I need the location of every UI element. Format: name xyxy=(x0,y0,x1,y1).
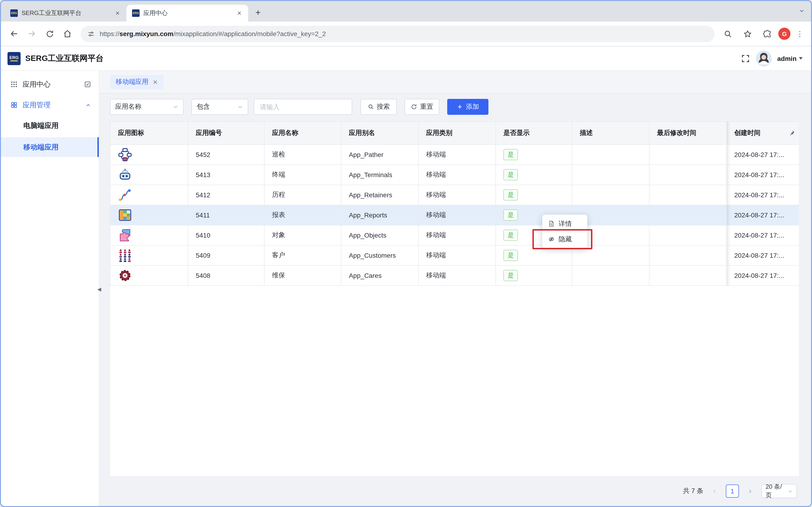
fullscreen-icon[interactable] xyxy=(741,54,750,63)
app-table-card: 应用图标 应用编号 应用名称 应用别名 应用类别 是否显示 描述 最后修改时间 … xyxy=(110,121,799,476)
browser-menu-icon[interactable]: ⋮ xyxy=(793,29,806,38)
filter-value-input[interactable] xyxy=(254,99,352,115)
sidebar-item-app-center[interactable]: 应用中心 xyxy=(1,75,99,93)
cell-app-category: 移动端 xyxy=(419,205,496,225)
cell-app-alias: App_Pather xyxy=(341,145,419,165)
cell-last-modified xyxy=(649,145,727,165)
pagination-bar: 共 7 条 ‹ 1 › 20 条/页 xyxy=(110,476,797,506)
table-row[interactable]: 5412历程App_Retainers移动端是2024-08-27 17:... xyxy=(110,185,799,205)
cell-created-time: 2024-08-27 17:... xyxy=(727,205,799,225)
puzzle-pieces-icon xyxy=(118,228,132,242)
cell-visible: 是 xyxy=(496,266,572,286)
eye-off-icon xyxy=(548,236,555,243)
total-count-label: 共 7 条 xyxy=(683,487,703,495)
cell-app-alias: App_Customers xyxy=(341,245,419,266)
table-row[interactable]: 5408维保App_Cares移动端是2024-08-27 17:... xyxy=(110,266,799,286)
zoom-icon[interactable] xyxy=(719,25,736,42)
cell-description xyxy=(572,165,649,185)
address-bar[interactable]: https://serg.mixyun.com/mixapplication/#… xyxy=(80,25,714,42)
cell-app-category: 移动端 xyxy=(419,245,496,266)
report-table-icon xyxy=(118,208,132,222)
search-button[interactable]: 搜索 xyxy=(361,99,397,115)
forward-icon[interactable] xyxy=(23,25,40,42)
cell-last-modified xyxy=(649,225,727,245)
table-row[interactable]: 5452巡检App_Pather移动端是2024-08-27 17:... xyxy=(110,145,799,165)
reset-button[interactable]: 重置 xyxy=(404,99,439,115)
user-avatar[interactable] xyxy=(756,50,772,66)
tab-title: SERG工业互联网平台 xyxy=(21,9,110,17)
table-row[interactable]: 5409客户App_Customers移动端是2024-08-27 17:... xyxy=(110,245,799,266)
cell-app-name: 对象 xyxy=(264,225,341,245)
check-square-icon[interactable] xyxy=(84,80,91,88)
sidebar-item-pc-apps[interactable]: 电脑端应用 xyxy=(1,116,99,135)
page-tab-mobile-apps[interactable]: 移动端应用 ✕ xyxy=(110,75,164,89)
visible-badge: 是 xyxy=(503,210,518,221)
pin-icon[interactable] xyxy=(789,130,795,136)
chevron-up-icon xyxy=(85,102,91,108)
robot-icon xyxy=(118,168,132,182)
browser-tab-inactive[interactable]: ERG SERG工业互联网平台 × xyxy=(5,5,126,21)
app-table-body: 5452巡检App_Pather移动端是2024-08-27 17:...541… xyxy=(110,145,799,286)
table-row[interactable]: 5411报表App_Reports移动端是2024-08-27 17:... xyxy=(110,205,799,225)
visible-badge: 是 xyxy=(503,250,518,261)
browser-profile-avatar[interactable]: G xyxy=(778,27,791,40)
extensions-puzzle-icon[interactable] xyxy=(759,25,775,42)
content-area: 应用名称 包含 搜索 重置 xyxy=(99,94,811,506)
sidebar-collapse-handle[interactable]: ◀ xyxy=(96,282,103,296)
cell-app-number: 5412 xyxy=(188,185,264,205)
tab-close-icon[interactable]: × xyxy=(235,9,244,17)
add-button[interactable]: 添加 xyxy=(447,99,488,115)
reload-icon[interactable] xyxy=(41,25,58,42)
visible-badge: 是 xyxy=(503,149,518,160)
cell-app-category: 移动端 xyxy=(419,266,496,286)
username-dropdown[interactable]: admin xyxy=(777,55,803,62)
appstore-icon xyxy=(10,101,18,109)
new-tab-button[interactable]: + xyxy=(251,6,265,20)
page-size-select[interactable]: 20 条/页 xyxy=(761,484,797,498)
col-app-alias: 应用别名 xyxy=(341,122,419,145)
cell-app-alias: App_Terminals xyxy=(341,165,419,185)
context-menu-item-details[interactable]: 详情 xyxy=(542,216,587,231)
cell-app-name: 客户 xyxy=(264,245,341,266)
cell-created-time: 2024-08-27 17:... xyxy=(727,225,799,245)
cell-last-modified xyxy=(649,185,727,205)
cell-visible: 是 xyxy=(496,185,572,205)
serg-logo: ERG xyxy=(7,52,20,65)
next-page-icon[interactable]: › xyxy=(745,487,755,496)
document-icon xyxy=(548,220,555,227)
cell-app-category: 移动端 xyxy=(419,165,496,185)
cell-last-modified xyxy=(649,245,727,266)
cell-app-category: 移动端 xyxy=(419,225,496,245)
tab-search-chevron-icon[interactable] xyxy=(799,8,805,14)
sidebar-group-app-management[interactable]: 应用管理 xyxy=(1,96,99,114)
table-row[interactable]: 5413终端App_Terminals移动端是2024-08-27 17:... xyxy=(110,165,799,185)
browser-tab-active[interactable]: ERG 应用中心 × xyxy=(126,5,248,21)
bookmark-star-icon[interactable] xyxy=(739,25,756,42)
cell-last-modified xyxy=(649,165,727,185)
caret-down-icon xyxy=(799,57,803,59)
page-tab-close-icon[interactable]: ✕ xyxy=(153,78,158,86)
col-last-modified: 最后修改时间 xyxy=(649,122,727,145)
field-select[interactable]: 应用名称 xyxy=(110,99,184,115)
site-settings-tune-icon[interactable] xyxy=(87,30,95,38)
table-row[interactable]: 5410对象App_Objects移动端是2024-08-27 17:... xyxy=(110,225,799,245)
prev-page-icon[interactable]: ‹ xyxy=(709,487,720,496)
cell-description xyxy=(572,185,649,205)
cell-created-time: 2024-08-27 17:... xyxy=(727,266,799,286)
filter-bar: 应用名称 包含 搜索 重置 xyxy=(110,99,797,115)
cell-app-alias: App_Reports xyxy=(341,205,419,225)
sidebar-item-mobile-apps[interactable]: 移动端应用 xyxy=(1,137,99,157)
col-created-time: 创建时间 xyxy=(727,122,799,145)
operator-select[interactable]: 包含 xyxy=(192,99,248,115)
context-menu-item-hide[interactable]: 隐藏 xyxy=(542,231,587,247)
cell-app-number: 5409 xyxy=(188,245,264,266)
url-text[interactable]: https://serg.mixyun.com/mixapplication/#… xyxy=(100,30,326,38)
cell-created-time: 2024-08-27 17:... xyxy=(727,165,799,185)
home-icon[interactable] xyxy=(59,25,76,42)
browser-toolbar: https://serg.mixyun.com/mixapplication/#… xyxy=(1,21,811,46)
people-grid-icon xyxy=(118,248,132,263)
cell-app-number: 5408 xyxy=(188,266,264,286)
current-page-button[interactable]: 1 xyxy=(726,485,739,498)
back-icon[interactable] xyxy=(6,25,22,42)
tab-close-icon[interactable]: × xyxy=(113,9,122,17)
